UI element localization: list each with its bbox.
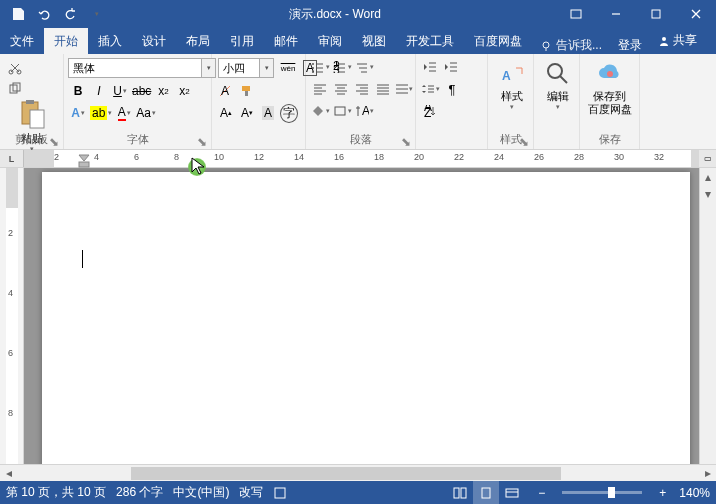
ribbon-display-options[interactable] [556, 0, 596, 28]
signin-link[interactable]: 登录 [610, 37, 650, 54]
zoom-level[interactable]: 140% [679, 486, 710, 500]
paragraph-dialog-launcher[interactable]: ⬊ [401, 135, 413, 147]
distributed-button[interactable] [394, 79, 414, 99]
bullets-button[interactable] [310, 57, 331, 77]
overtype-status[interactable]: 改写 [239, 484, 263, 501]
group-baidu: 保存到 百度网盘 保存 [580, 54, 640, 149]
align-left-button[interactable] [310, 79, 330, 99]
character-shading-button[interactable]: A [258, 103, 278, 123]
format-painter-button[interactable] [237, 81, 257, 101]
svg-text:1: 1 [333, 61, 340, 69]
shading-button[interactable] [310, 101, 331, 121]
page-count[interactable]: 第 10 页，共 10 页 [6, 484, 106, 501]
zoom-out-button[interactable]: − [535, 486, 548, 500]
tab-review[interactable]: 审阅 [308, 28, 352, 54]
font-color-button[interactable]: A [114, 103, 134, 123]
minimize-button[interactable] [596, 0, 636, 28]
maximize-button[interactable] [636, 0, 676, 28]
font-dialog-launcher[interactable]: ⬊ [197, 135, 209, 147]
multilevel-list-button[interactable] [354, 57, 375, 77]
tab-selector[interactable]: L [0, 150, 24, 167]
ruler-split-icon[interactable]: ▭ [699, 150, 716, 167]
enclose-characters-button[interactable]: 字 [279, 103, 299, 123]
styles-button[interactable]: A 样式 ▾ [492, 56, 532, 115]
tab-developer[interactable]: 开发工具 [396, 28, 464, 54]
align-right-button[interactable] [352, 79, 372, 99]
justify-button[interactable] [373, 79, 393, 99]
tab-file[interactable]: 文件 [0, 28, 44, 54]
phonetic-guide-button[interactable]: wén [278, 58, 298, 78]
highlight-button[interactable]: ab [89, 103, 113, 123]
zoom-slider[interactable] [562, 491, 642, 494]
shrink-font-button[interactable]: A▾ [237, 103, 257, 123]
clear-formatting-button[interactable]: A [216, 81, 236, 101]
italic-button[interactable]: I [89, 81, 109, 101]
decrease-indent-button[interactable] [420, 57, 440, 77]
increase-indent-button[interactable] [441, 57, 461, 77]
scroll-down-button[interactable]: ▾ [700, 185, 716, 202]
tab-references[interactable]: 引用 [220, 28, 264, 54]
vertical-ruler[interactable]: 2468 [0, 168, 24, 464]
tab-mailings[interactable]: 邮件 [264, 28, 308, 54]
tab-home[interactable]: 开始 [44, 28, 88, 54]
person-icon [658, 35, 670, 47]
underline-button[interactable]: U [110, 81, 130, 101]
hscroll-thumb[interactable] [131, 467, 561, 480]
tab-design[interactable]: 设计 [132, 28, 176, 54]
copy-button[interactable] [4, 78, 26, 98]
vertical-scrollbar[interactable]: ▴ ▾ [699, 168, 716, 464]
line-spacing-button[interactable] [420, 79, 441, 99]
save-button[interactable] [6, 2, 30, 26]
show-paragraph-marks-button[interactable]: ¶ [442, 79, 462, 99]
share-button[interactable]: 共享 [650, 27, 705, 54]
asian-layout-button[interactable]: A [354, 101, 375, 121]
text-effects-button[interactable]: A [68, 103, 88, 123]
save-to-baidu-button[interactable]: 保存到 百度网盘 [584, 56, 635, 120]
scroll-up-button[interactable]: ▴ [700, 168, 716, 185]
scroll-right-button[interactable]: ▸ [699, 465, 716, 481]
svg-rect-2 [652, 10, 660, 18]
tab-view[interactable]: 视图 [352, 28, 396, 54]
tab-layout[interactable]: 布局 [176, 28, 220, 54]
macro-record-icon[interactable] [273, 486, 287, 500]
grow-font-button[interactable]: A▴ [216, 103, 236, 123]
superscript-button[interactable]: x2 [174, 81, 194, 101]
language-status[interactable]: 中文(中国) [173, 484, 229, 501]
horizontal-ruler[interactable]: L 2468101214161820222426283032 ▭ [0, 150, 716, 168]
svg-rect-8 [10, 85, 17, 93]
undo-button[interactable] [32, 2, 56, 26]
tab-insert[interactable]: 插入 [88, 28, 132, 54]
clipboard-dialog-launcher[interactable]: ⬊ [49, 135, 61, 147]
word-count[interactable]: 286 个字 [116, 484, 163, 501]
web-layout-button[interactable] [499, 481, 525, 504]
zoom-in-button[interactable]: + [656, 486, 669, 500]
redo-button[interactable] [58, 2, 82, 26]
align-center-button[interactable] [331, 79, 351, 99]
page-viewport[interactable] [24, 168, 699, 464]
sort-button[interactable]: AZ [420, 101, 440, 121]
styles-label: 样式 [501, 90, 523, 103]
font-size-dropdown[interactable]: ▾ [260, 58, 274, 78]
close-button[interactable] [676, 0, 716, 28]
change-case-button[interactable]: Aa [135, 103, 157, 123]
qat-customize-button[interactable] [84, 2, 108, 26]
print-layout-button[interactable] [473, 481, 499, 504]
cut-button[interactable] [4, 58, 26, 78]
cloud-icon [596, 60, 624, 88]
editing-button[interactable]: 编辑 ▾ [538, 56, 578, 115]
read-mode-button[interactable] [447, 481, 473, 504]
font-name-combo[interactable]: 黑体 [68, 58, 202, 78]
tell-me-search[interactable]: 告诉我... [532, 37, 610, 54]
numbering-button[interactable]: 123 [332, 57, 353, 77]
bold-button[interactable]: B [68, 81, 88, 101]
borders-button[interactable] [332, 101, 353, 121]
tab-baidu[interactable]: 百度网盘 [464, 28, 532, 54]
horizontal-scrollbar[interactable]: ◂ ▸ [0, 464, 716, 481]
strikethrough-button[interactable]: abc [131, 81, 152, 101]
subscript-button[interactable]: x2 [153, 81, 173, 101]
styles-dialog-launcher[interactable]: ⬊ [519, 135, 531, 147]
zoom-slider-thumb[interactable] [608, 487, 615, 498]
document-page[interactable] [42, 172, 690, 464]
font-size-combo[interactable]: 小四 [218, 58, 260, 78]
scroll-left-button[interactable]: ◂ [0, 465, 17, 481]
